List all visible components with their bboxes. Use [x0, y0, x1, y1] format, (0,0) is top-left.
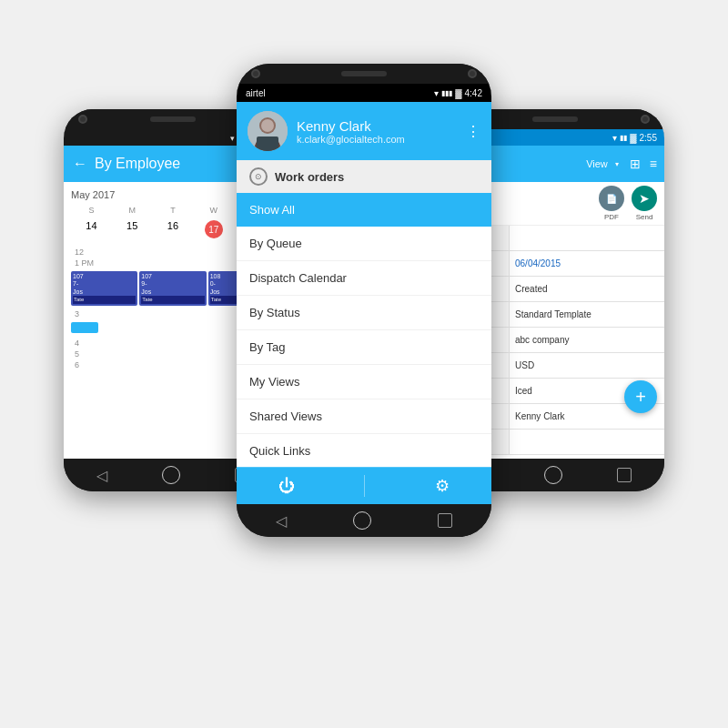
cal-date-17[interactable]: 17: [193, 218, 234, 240]
cal-event-blue: [71, 322, 98, 333]
settings-icon[interactable]: ⚙: [435, 476, 450, 496]
send-label: Send: [636, 213, 653, 221]
center-phone: airtel ▾ ▮▮▮ ▓ 4:42: [237, 64, 491, 537]
menu-item-dispatch-calendar[interactable]: Dispatch Calendar: [237, 261, 491, 296]
cal-event-107b: 1079-JosTate: [139, 271, 206, 306]
menu-item-by-queue[interactable]: By Queue: [237, 227, 491, 261]
left-speaker: [150, 116, 196, 122]
back-arrow-icon[interactable]: ←: [73, 156, 87, 172]
right-battery-icon: ▓: [630, 133, 636, 143]
detail-value-status: Created: [510, 277, 664, 301]
cal-date-15[interactable]: 15: [112, 218, 153, 240]
center-home-nav-icon[interactable]: [353, 511, 371, 530]
detail-value-workorder: [510, 430, 664, 454]
menu-item-my-views[interactable]: My Views: [237, 365, 491, 399]
detail-value-currency: USD: [510, 353, 664, 378]
menu-item-show-all[interactable]: Show All: [237, 193, 491, 227]
pdf-button[interactable]: 📄 PDF: [599, 186, 624, 221]
chevron-down-icon: ▾: [615, 160, 619, 168]
left-app-title: By Employee: [95, 156, 180, 172]
cal-day-w: W: [193, 206, 234, 215]
center-time: 4:42: [465, 88, 482, 98]
list-icon[interactable]: ≡: [650, 157, 657, 171]
center-speaker: [341, 71, 387, 76]
user-name: Kenny Clark: [297, 118, 405, 134]
right-recents-nav-icon[interactable]: [617, 468, 632, 482]
cal-date-16[interactable]: 16: [153, 218, 194, 240]
right-signal-icon: ▮▮: [620, 134, 627, 142]
left-back-nav-icon[interactable]: ◁: [96, 467, 107, 484]
user-info: Kenny Clark k.clark@glocialtech.com: [297, 118, 405, 145]
user-avatar: [248, 111, 288, 151]
center-carrier: airtel: [246, 88, 266, 98]
cal-day-m: M: [112, 206, 153, 215]
menu-item-by-status[interactable]: By Status: [237, 296, 491, 330]
right-status-icons: ▾ ▮▮ ▓ 2:55: [612, 133, 657, 143]
menu-item-shared-views[interactable]: Shared Views: [237, 399, 491, 434]
svg-rect-4: [257, 136, 278, 151]
right-speaker: [532, 116, 578, 122]
center-camera2: [468, 69, 477, 78]
nav-divider: [364, 475, 365, 497]
grid-icon[interactable]: ⊞: [630, 157, 641, 171]
fab-button[interactable]: +: [624, 380, 657, 413]
cal-day-s: S: [71, 206, 112, 215]
center-status-bar: airtel ▾ ▮▮▮ ▓ 4:42: [237, 84, 491, 102]
cal-date-14[interactable]: 14: [71, 218, 112, 240]
center-screen: airtel ▾ ▮▮▮ ▓ 4:42: [237, 84, 491, 504]
phones-container: 2:55 ← By Employee May 2017 S M T W T: [46, 36, 682, 692]
work-orders-icon: ⊙: [249, 167, 268, 186]
right-home-nav-icon[interactable]: [544, 466, 562, 484]
detail-value-template: Standard Template: [510, 302, 664, 327]
cal-day-t: T: [153, 206, 194, 215]
user-header: Kenny Clark k.clark@glocialtech.com ⋮: [237, 102, 491, 160]
user-email: k.clark@glocialtech.com: [297, 134, 405, 145]
right-view-label: View: [586, 158, 608, 169]
center-battery-icon: ▓: [455, 88, 461, 98]
left-home-nav-icon[interactable]: [162, 466, 180, 484]
detail-value-date: 06/04/2015: [510, 251, 664, 276]
detail-value-created: [510, 226, 664, 250]
center-more-icon[interactable]: ⋮: [466, 123, 480, 140]
power-icon[interactable]: ⏻: [278, 477, 295, 496]
right-time: 2:55: [640, 133, 657, 143]
menu-item-quick-links[interactable]: Quick Links: [237, 434, 491, 467]
pdf-icon: 📄: [599, 186, 624, 211]
right-wifi-icon: ▾: [612, 133, 617, 143]
right-camera2: [641, 115, 650, 124]
menu-item-by-tag[interactable]: By Tag: [237, 330, 491, 365]
center-status-icons: ▾ ▮▮▮ ▓ 4:42: [434, 88, 482, 98]
center-recents-nav-icon[interactable]: [438, 513, 452, 528]
detail-value-cover: abc company: [510, 328, 664, 352]
send-icon: ➤: [632, 186, 657, 211]
left-camera: [78, 115, 87, 124]
svg-point-3: [261, 119, 274, 132]
left-wifi-icon: [230, 133, 235, 143]
menu-section-header: ⊙ Work orders: [237, 160, 491, 193]
center-signal-icon: ▮▮▮: [441, 89, 452, 97]
send-button[interactable]: ➤ Send: [632, 186, 657, 221]
center-phone-top: [237, 64, 491, 84]
center-back-nav-icon[interactable]: ◁: [276, 512, 287, 530]
center-bottom-nav-bar: ⏻ ⚙: [237, 467, 491, 504]
menu-list: Show All By Queue Dispatch Calendar By S…: [237, 193, 491, 467]
cal-event-107a: 1077-JosTate: [71, 271, 137, 306]
center-bottom-nav: ◁: [237, 504, 491, 537]
pdf-label: PDF: [604, 213, 619, 221]
center-camera: [251, 69, 260, 78]
center-wifi-icon: ▾: [434, 88, 439, 98]
menu-section-title: Work orders: [275, 170, 344, 184]
cal-today-circle: 17: [205, 220, 223, 238]
